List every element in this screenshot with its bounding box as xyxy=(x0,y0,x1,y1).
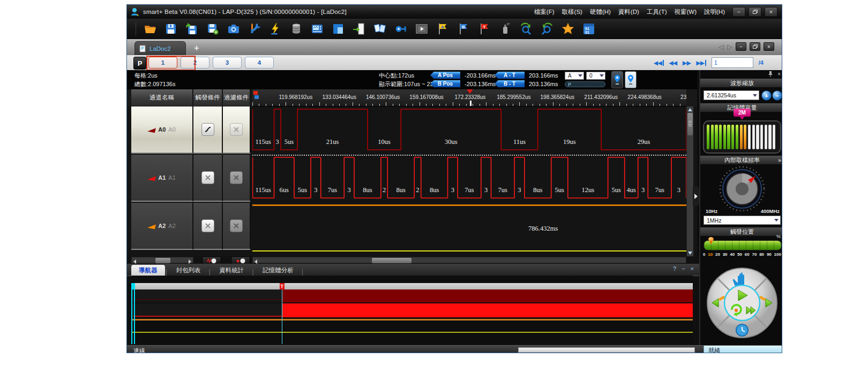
trigger-cell-a0[interactable] xyxy=(193,106,223,154)
trigger-position-marker[interactable] xyxy=(708,237,714,245)
auto-acquire-icon[interactable] xyxy=(268,22,282,36)
trigger-edge-icon[interactable] xyxy=(201,123,214,136)
waveform-a1[interactable]: 115us6us5us37us38us28us28us37us37us38us5… xyxy=(252,156,686,202)
zoom-out-button[interactable]: − xyxy=(772,90,782,101)
menu-help[interactable]: 說明(H) xyxy=(704,8,725,16)
channel-name-cell-a0[interactable]: A0A0 xyxy=(131,106,193,154)
panel-close-icon[interactable]: × xyxy=(777,71,781,77)
panel-collapse-handle[interactable] xyxy=(693,187,699,206)
sample-rate-knob[interactable] xyxy=(700,165,782,211)
tab-scroll-left-icon[interactable]: ◁ xyxy=(719,43,724,51)
flag-t-icon[interactable]: T xyxy=(477,22,491,36)
filter-any-icon[interactable] xyxy=(230,123,243,136)
pin-icon[interactable] xyxy=(768,71,773,77)
export-data-icon[interactable] xyxy=(352,22,366,36)
prev-page-button[interactable]: ◀◀ xyxy=(669,60,677,66)
panel-close-button[interactable]: × xyxy=(691,265,694,272)
more-icon[interactable]: » xyxy=(778,157,781,163)
tab-data-statistics[interactable]: 資料統計 xyxy=(212,265,251,276)
filter-cell-a0[interactable] xyxy=(223,106,251,154)
zoom-redo-icon[interactable] xyxy=(540,22,554,36)
next-page-button[interactable]: ▶▶ xyxy=(683,60,691,66)
screenshot-icon[interactable] xyxy=(227,22,241,36)
menu-window[interactable]: 視窗(W) xyxy=(675,8,697,16)
channel-hscroll-thumb[interactable] xyxy=(155,258,170,263)
goto-b-pin-button[interactable] xyxy=(625,71,637,88)
goto-a-pin-button[interactable] xyxy=(611,71,623,88)
page-button-3[interactable]: 3 xyxy=(213,57,242,68)
page-button-4[interactable]: 4 xyxy=(245,57,274,68)
count-select[interactable]: 0 xyxy=(586,72,605,80)
panel-minimize-button[interactable]: − xyxy=(682,265,685,272)
zoom-value-select[interactable]: 2.613254us xyxy=(704,90,759,100)
first-page-button[interactable]: ◀◀ xyxy=(654,60,663,66)
navigator-cursor-left-1[interactable] xyxy=(131,283,132,344)
menu-tools[interactable]: 工具(T) xyxy=(647,8,667,16)
filter-any-icon[interactable] xyxy=(230,219,243,232)
column-filter-condition[interactable]: 過濾條件 xyxy=(223,89,251,106)
last-page-button[interactable]: ▶▶ xyxy=(696,60,706,66)
noise-marker-icon[interactable] xyxy=(498,22,512,36)
waveform-hscroll-thumb[interactable] xyxy=(372,258,411,263)
trigger-position-bar[interactable] xyxy=(704,240,782,250)
menu-hardware[interactable]: 硬體(H) xyxy=(590,8,611,16)
b-t-tag[interactable]: B - T xyxy=(495,80,525,87)
save-as-icon[interactable] xyxy=(185,22,199,36)
tab-packet-list[interactable]: 封包列表 xyxy=(168,265,208,276)
menu-file[interactable]: 檔案(F) xyxy=(534,8,555,16)
channel-name-cell-a2[interactable]: A2A2 xyxy=(131,203,193,250)
vertical-scroll-thumb[interactable] xyxy=(687,113,693,135)
doc-close-button[interactable]: × xyxy=(764,42,774,51)
memory-gauge[interactable] xyxy=(703,120,781,154)
trigger-cell-a1[interactable] xyxy=(193,155,223,202)
trigger-cell-a2[interactable] xyxy=(193,203,223,250)
a-t-tag[interactable]: A - T xyxy=(495,72,525,79)
memory-data-icon[interactable] xyxy=(289,22,303,36)
trigger-any-icon[interactable] xyxy=(201,171,214,184)
channel-hscrollbar[interactable] xyxy=(131,257,193,263)
tab-ladoc2[interactable]: LaDoc2 xyxy=(134,41,186,55)
panel-help-button[interactable]: ? xyxy=(673,265,676,272)
compare-data-icon[interactable] xyxy=(373,22,387,36)
navigator-trigger-cursor[interactable] xyxy=(282,289,282,344)
menu-data[interactable]: 資料(D) xyxy=(618,8,639,16)
column-trigger-condition[interactable]: 觸發條件 xyxy=(193,89,223,106)
channel-name-cell-a1[interactable]: A1A1 xyxy=(131,155,193,202)
device-panel-icon[interactable] xyxy=(310,22,324,36)
waveform-a0[interactable]: 115us35us21us10us30us11us19us29us xyxy=(252,108,686,154)
sample-rate-select[interactable]: 1MHz xyxy=(704,216,781,225)
time-ruler[interactable]: 119.968192us133.034464us146.100736us159.… xyxy=(252,89,686,106)
restore-button[interactable] xyxy=(749,7,761,17)
scroll-down-icon[interactable] xyxy=(688,251,692,255)
numeric-display-icon[interactable]: 0101 xyxy=(582,22,596,36)
bus-analyzer-icon[interactable] xyxy=(394,22,408,36)
filter-cell-a1[interactable] xyxy=(223,155,251,202)
trigger-marker-icon[interactable] xyxy=(467,89,473,94)
menu-sample[interactable]: 取樣(S) xyxy=(562,8,582,16)
waveform-a2[interactable]: 786.432ms xyxy=(252,204,686,250)
flag-b-icon[interactable]: B xyxy=(457,22,470,36)
zoom-in-button[interactable]: + xyxy=(761,90,772,101)
scroll-up-icon[interactable] xyxy=(688,108,692,111)
trigger-any-icon[interactable] xyxy=(201,219,214,232)
page-number-input[interactable] xyxy=(712,57,753,68)
navigator-view[interactable]: T xyxy=(131,276,693,344)
window-layout-icon[interactable] xyxy=(331,22,345,36)
column-channel-name[interactable]: 通道名稱 xyxy=(131,89,193,106)
filter-cell-a2[interactable] xyxy=(223,203,251,250)
open-file-icon[interactable] xyxy=(143,22,157,36)
timer-button[interactable] xyxy=(736,324,748,336)
tab-scroll-right-icon[interactable]: ▷ xyxy=(727,43,732,51)
new-tab-button[interactable]: + xyxy=(190,43,203,54)
tab-navigator[interactable]: 導航器 xyxy=(131,265,165,276)
close-button[interactable]: × xyxy=(765,7,777,17)
waveform-hscrollbar[interactable] xyxy=(252,257,686,263)
doc-minimize-button[interactable]: − xyxy=(736,42,746,51)
minimize-button[interactable]: − xyxy=(732,7,745,17)
data-player-icon[interactable] xyxy=(415,22,429,36)
zoom-undo-icon[interactable] xyxy=(519,22,533,36)
save-settings-icon[interactable] xyxy=(206,22,220,36)
doc-restore-button[interactable] xyxy=(750,42,760,51)
navigator-ruler[interactable] xyxy=(131,283,693,289)
flag-a-icon[interactable]: A xyxy=(436,22,450,36)
